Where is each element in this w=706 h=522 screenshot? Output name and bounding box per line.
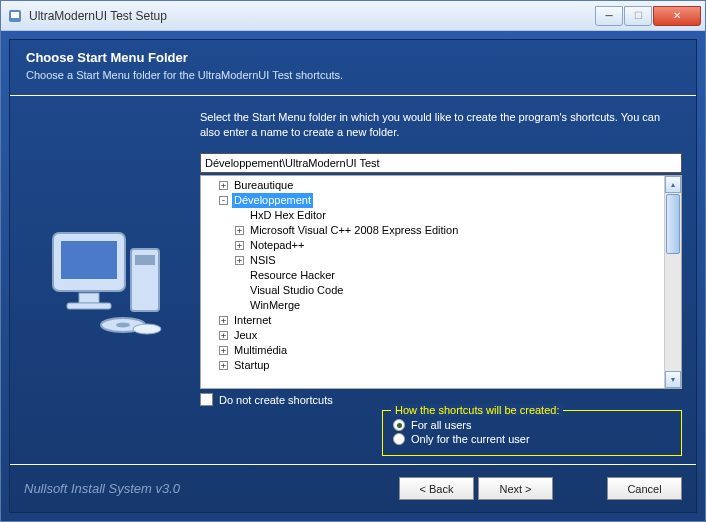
tree-row[interactable]: +Jeux [205,328,677,343]
window-title: UltraModernUI Test Setup [29,9,595,23]
expand-icon[interactable]: + [219,346,228,355]
instruction-text: Select the Start Menu folder in which yo… [200,110,682,141]
tree-row[interactable]: +NSIS [205,253,677,268]
scroll-down-button[interactable]: ▾ [665,371,681,388]
svg-point-9 [116,323,130,328]
tree-item-label[interactable]: Visual Studio Code [248,283,345,298]
expander-blank [235,301,244,310]
cancel-button[interactable]: Cancel [607,477,682,500]
tree-item-label[interactable]: HxD Hex Editor [248,208,328,223]
collapse-icon[interactable]: - [219,196,228,205]
content: Select the Start Menu folder in which yo… [10,96,696,464]
folder-tree: +Bureautique-DéveloppementHxD Hex Editor… [200,175,682,389]
no-shortcuts-label: Do not create shortcuts [219,394,333,406]
tree-item-label[interactable]: Microsoft Visual C++ 2008 Express Editio… [248,223,460,238]
radio-all-users-label: For all users [411,419,472,431]
svg-point-10 [133,324,161,334]
shortcut-scope-group: How the shortcuts will be created: For a… [382,410,682,456]
tree-row[interactable]: +Notepad++ [205,238,677,253]
tree-row[interactable]: +Bureautique [205,178,677,193]
tree-item-label[interactable]: NSIS [248,253,278,268]
tree-item-label[interactable]: Notepad++ [248,238,306,253]
expand-icon[interactable]: + [219,331,228,340]
page-header: Choose Start Menu Folder Choose a Start … [10,40,696,96]
inner-frame: Choose Start Menu Folder Choose a Start … [9,39,697,513]
no-shortcuts-checkbox[interactable] [200,393,213,406]
tree-item-label[interactable]: Multimédia [232,343,289,358]
svg-rect-4 [79,293,99,303]
folder-path-input[interactable] [200,153,682,173]
tree-row[interactable]: -Développement [205,193,677,208]
radio-all-users-row: For all users [393,419,671,431]
expander-blank [235,271,244,280]
expand-icon[interactable]: + [219,181,228,190]
radio-all-users[interactable] [393,419,405,431]
radio-current-user-row: Only for the current user [393,433,671,445]
footer-brand: Nullsoft Install System v3.0 [24,481,395,496]
tree-row[interactable]: +Microsoft Visual C++ 2008 Express Editi… [205,223,677,238]
svg-rect-7 [135,255,155,265]
tree-row[interactable]: +Multimédia [205,343,677,358]
tree-row[interactable]: Resource Hacker [205,268,677,283]
next-button[interactable]: Next > [478,477,553,500]
tree-item-label[interactable]: Internet [232,313,273,328]
tree-item-label[interactable]: Resource Hacker [248,268,337,283]
main-panel: Select the Start Menu folder in which yo… [200,96,696,464]
window-controls: ─ ☐ ✕ [595,6,701,26]
group-legend: How the shortcuts will be created: [391,404,563,416]
page-subtitle: Choose a Start Menu folder for the Ultra… [26,69,680,81]
maximize-button: ☐ [624,6,652,26]
svg-rect-3 [61,241,117,279]
tree-row[interactable]: +Startup [205,358,677,373]
scroll-up-button[interactable]: ▴ [665,176,681,193]
svg-rect-5 [67,303,111,309]
wizard-footer: Nullsoft Install System v3.0 < Back Next… [10,464,696,512]
page-title: Choose Start Menu Folder [26,50,680,65]
tree-body[interactable]: +Bureautique-DéveloppementHxD Hex Editor… [201,176,681,375]
body: Choose Start Menu Folder Choose a Start … [1,31,705,521]
tree-item-label[interactable]: WinMerge [248,298,302,313]
expander-blank [235,286,244,295]
expand-icon[interactable]: + [235,226,244,235]
app-icon [7,8,23,24]
minimize-button[interactable]: ─ [595,6,623,26]
close-button[interactable]: ✕ [653,6,701,26]
tree-item-label[interactable]: Bureautique [232,178,295,193]
expand-icon[interactable]: + [235,241,244,250]
tree-item-label[interactable]: Jeux [232,328,259,343]
svg-rect-1 [11,12,19,18]
tree-row[interactable]: HxD Hex Editor [205,208,677,223]
radio-current-user-label: Only for the current user [411,433,530,445]
scroll-thumb[interactable] [666,194,680,254]
side-illustration [10,96,200,464]
expander-blank [235,211,244,220]
tree-item-label[interactable]: Développement [232,193,313,208]
expand-icon[interactable]: + [235,256,244,265]
tree-row[interactable]: WinMerge [205,298,677,313]
radio-current-user[interactable] [393,433,405,445]
expand-icon[interactable]: + [219,361,228,370]
tree-item-label[interactable]: Startup [232,358,271,373]
expand-icon[interactable]: + [219,316,228,325]
setup-window: UltraModernUI Test Setup ─ ☐ ✕ Choose St… [0,0,706,522]
tree-row[interactable]: Visual Studio Code [205,283,677,298]
titlebar: UltraModernUI Test Setup ─ ☐ ✕ [1,1,705,31]
back-button[interactable]: < Back [399,477,474,500]
tree-row[interactable]: +Internet [205,313,677,328]
tree-scrollbar[interactable]: ▴ ▾ [664,176,681,388]
